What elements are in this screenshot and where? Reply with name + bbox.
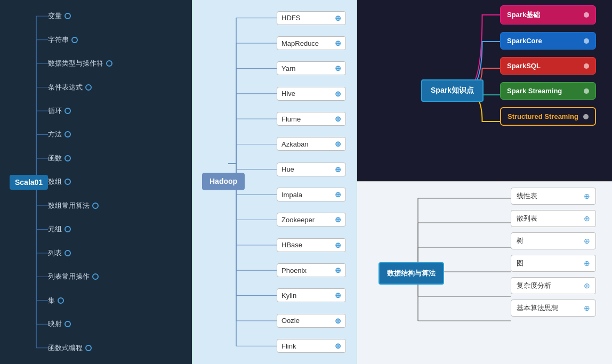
scala-item-dot — [65, 131, 71, 137]
add-icon[interactable]: ⊕ — [584, 192, 590, 200]
spark-item[interactable]: SparkSQL — [500, 57, 596, 75]
ds-items-list: 线性表⊕散列表⊕树⊕图⊕复杂度分析⊕基本算法思想⊕ — [511, 188, 596, 317]
scala-root-node[interactable]: Scala01 — [10, 175, 48, 190]
scala-item[interactable]: 列表常用操作 — [48, 272, 155, 281]
add-icon[interactable]: ⊕ — [335, 291, 341, 300]
ds-panel: 数据结构与算法 线性表⊕散列表⊕树⊕图⊕复杂度分析⊕基本算法思想⊕ — [357, 181, 612, 364]
hadoop-item[interactable]: Flume⊕ — [277, 112, 346, 126]
hadoop-item-label: Impala — [281, 191, 302, 199]
scala-item[interactable]: 元组 — [48, 224, 155, 234]
add-icon[interactable]: ⊕ — [584, 259, 590, 268]
hadoop-item-label: Hive — [281, 90, 295, 98]
scala-item-dot — [106, 60, 112, 67]
hadoop-item[interactable]: Impala⊕ — [277, 188, 346, 201]
add-icon[interactable]: ⊕ — [584, 237, 590, 245]
ds-root-node[interactable]: 数据结构与算法 — [379, 262, 444, 285]
hadoop-item[interactable]: Kylin⊕ — [277, 288, 346, 302]
add-icon[interactable]: ⊕ — [335, 165, 341, 174]
hadoop-item-label: HBase — [281, 241, 302, 249]
add-icon[interactable]: ⊕ — [335, 39, 341, 47]
scala-item[interactable]: 字符串 — [48, 35, 155, 45]
add-icon[interactable]: ⊕ — [335, 115, 341, 123]
add-icon[interactable]: ⊕ — [335, 317, 341, 325]
hadoop-item[interactable]: HBase⊕ — [277, 238, 346, 252]
scala-item-dot — [85, 84, 92, 91]
hadoop-root-node[interactable]: Hadoop — [202, 173, 245, 190]
add-icon[interactable]: ⊕ — [335, 190, 341, 199]
ds-item[interactable]: 线性表⊕ — [511, 188, 596, 205]
center-panel: Hadoop HDFS⊕MapReduce⊕Yarn⊕Hive⊕Flume⊕Az… — [192, 0, 357, 364]
ds-item-label: 散列表 — [517, 214, 537, 223]
spark-item[interactable]: Spark Streaming — [500, 82, 596, 100]
hadoop-item[interactable]: HDFS⊕ — [277, 11, 346, 25]
add-icon[interactable]: ⊕ — [335, 342, 341, 350]
add-icon[interactable]: ⊕ — [584, 304, 590, 312]
scala-item-dot — [65, 226, 71, 232]
spark-item-label: Spark Streaming — [507, 87, 562, 95]
ds-item-label: 基本算法思想 — [517, 303, 558, 313]
hadoop-item[interactable]: Hue⊕ — [277, 163, 346, 176]
scala-item[interactable]: 数组常用算法 — [48, 201, 155, 211]
spark-dot — [583, 114, 589, 119]
scala-item-dot — [92, 203, 99, 209]
scala-item[interactable]: 数组 — [48, 177, 155, 187]
ds-item[interactable]: 基本算法思想⊕ — [511, 300, 596, 317]
spark-dot — [584, 88, 589, 94]
scala-item-dot — [92, 273, 99, 280]
ds-item-label: 复杂度分析 — [517, 281, 551, 290]
scala-item[interactable]: 条件表达式 — [48, 83, 155, 92]
scala-items-list: 变量字符串数据类型与操作符条件表达式循环方法函数数组数组常用算法元组列表列表常用… — [48, 0, 155, 364]
ds-item[interactable]: 散列表⊕ — [511, 210, 596, 227]
scala-item-dot — [65, 179, 71, 185]
hadoop-item-label: Phoenix — [281, 266, 307, 274]
spark-dot — [584, 12, 589, 18]
hadoop-item-label: Oozie — [281, 317, 300, 325]
hadoop-item[interactable]: Phoenix⊕ — [277, 263, 346, 277]
left-panel: Scala01 变量字符串数据类型与操作符条件表达式循环方法函数数组数组常用算法… — [0, 0, 192, 364]
add-icon[interactable]: ⊕ — [335, 64, 341, 72]
hadoop-item[interactable]: Zookeeper⊕ — [277, 213, 346, 227]
add-icon[interactable]: ⊕ — [584, 214, 590, 223]
ds-item-label: 树 — [517, 236, 524, 246]
ds-item[interactable]: 图⊕ — [511, 255, 596, 272]
add-icon[interactable]: ⊕ — [335, 215, 341, 224]
add-icon[interactable]: ⊕ — [335, 140, 341, 148]
spark-item[interactable]: SparkCore — [500, 32, 596, 50]
scala-item[interactable]: 集 — [48, 296, 155, 305]
scala-item-dot — [65, 321, 71, 327]
scala-item[interactable]: 方法 — [48, 130, 155, 139]
scala-item[interactable]: 列表 — [48, 248, 155, 258]
scala-item-dot — [71, 37, 78, 43]
scala-item[interactable]: 映射 — [48, 319, 155, 329]
scala-item-dot — [65, 108, 71, 114]
add-icon[interactable]: ⊕ — [335, 266, 341, 274]
spark-item[interactable]: Spark基础 — [500, 5, 596, 25]
hadoop-item[interactable]: Azkaban⊕ — [277, 137, 346, 151]
ds-item-label: 线性表 — [517, 191, 537, 201]
scala-item-dot — [85, 345, 92, 351]
hadoop-item-label: Yarn — [281, 64, 296, 72]
hadoop-item-label: Hue — [281, 165, 294, 173]
spark-root-node[interactable]: Spark知识点 — [421, 79, 484, 102]
hadoop-item[interactable]: Yarn⊕ — [277, 61, 346, 75]
scala-item[interactable]: 数据类型与操作符 — [48, 59, 155, 68]
spark-item-label: SparkCore — [507, 37, 542, 45]
add-icon[interactable]: ⊕ — [335, 14, 341, 22]
hadoop-item[interactable]: Hive⊕ — [277, 87, 346, 101]
ds-item[interactable]: 树⊕ — [511, 232, 596, 249]
scala-item[interactable]: 变量 — [48, 11, 155, 21]
ds-item[interactable]: 复杂度分析⊕ — [511, 277, 596, 294]
hadoop-item[interactable]: Flink⊕ — [277, 339, 346, 353]
spark-item[interactable]: Structured Streaming — [500, 107, 596, 126]
scala-item[interactable]: 循环 — [48, 106, 155, 116]
hadoop-item-label: Flink — [281, 342, 296, 350]
add-icon[interactable]: ⊕ — [584, 281, 590, 290]
scala-item[interactable]: 函数 — [48, 153, 155, 163]
scala-item-dot — [65, 13, 71, 19]
hadoop-item[interactable]: Oozie⊕ — [277, 314, 346, 328]
scala-item-dot — [58, 297, 64, 304]
add-icon[interactable]: ⊕ — [335, 241, 341, 249]
add-icon[interactable]: ⊕ — [335, 90, 341, 98]
hadoop-item[interactable]: MapReduce⊕ — [277, 36, 346, 50]
scala-item[interactable]: 函数式编程 — [48, 343, 155, 353]
